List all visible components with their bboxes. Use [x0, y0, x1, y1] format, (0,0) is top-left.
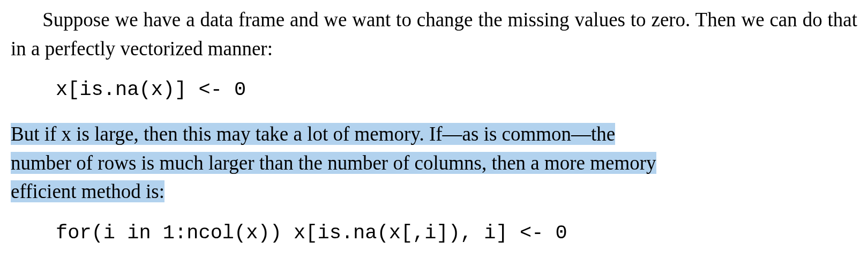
- code-2-text: for(i in 1:ncol(x)) x[is.na(x[,i]), i] <…: [56, 222, 567, 244]
- code-block-2: for(i in 1:ncol(x)) x[is.na(x[,i]), i] <…: [11, 219, 857, 248]
- paragraph-1-text: Suppose we have a data frame and we want…: [11, 9, 857, 60]
- code-block-1: x[is.na(x)] <- 0: [11, 76, 857, 105]
- paragraph-1: Suppose we have a data frame and we want…: [11, 5, 857, 63]
- code-1-text: x[is.na(x)] <- 0: [56, 78, 246, 101]
- document-page: Suppose we have a data frame and we want…: [0, 0, 868, 278]
- highlighted-line-2: number of rows is much larger than the n…: [11, 152, 656, 174]
- paragraph-2: But if x is large, then this may take a …: [11, 120, 857, 206]
- highlighted-line-1: But if x is large, then this may take a …: [11, 123, 615, 145]
- highlighted-line-3: efficient method is:: [11, 180, 164, 202]
